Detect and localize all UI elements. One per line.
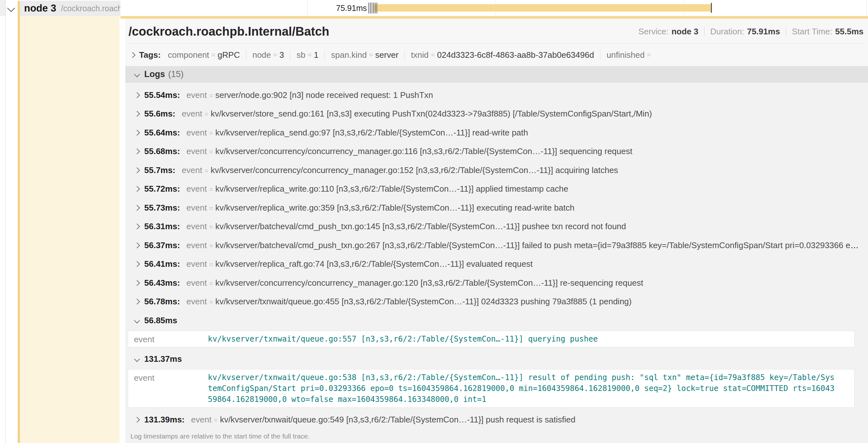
log-detail-value: kv/kvserver/txnwait/queue.go:538 [n3,s3,… xyxy=(208,372,837,405)
log-row[interactable]: 131.39ms: event=kv/kvserver/txnwait/queu… xyxy=(125,410,868,429)
logs-section-toggle[interactable]: Logs (15) xyxy=(125,66,868,82)
corner-strip xyxy=(0,0,5,16)
chevron-right-icon xyxy=(134,149,140,155)
tag-item[interactable]: unfinished= xyxy=(607,50,653,60)
log-message: kv/kvserver/batcheval/cmd_push_txn.go:26… xyxy=(215,240,860,250)
log-field-key: event xyxy=(186,146,207,156)
span-collapse-control[interactable] xyxy=(8,5,14,12)
log-detail-key: event xyxy=(134,372,208,405)
log-row[interactable]: 56.43ms: event=kv/kvserver/concurrency/c… xyxy=(125,273,868,293)
log-message: kv/kvserver/txnwait/queue.go:549 [n3,s3,… xyxy=(220,415,576,424)
tag-item[interactable]: txnid=024d3323-6c8f-4863-aa8b-37ab0e6349… xyxy=(411,50,594,60)
log-field-key: event xyxy=(191,415,212,424)
log-field-key: event xyxy=(186,297,207,306)
tag-item[interactable]: span.kind=server xyxy=(331,50,398,60)
log-timestamp: 55.68ms: xyxy=(144,146,180,156)
log-field-key: event xyxy=(186,259,207,269)
log-message: kv/kvserver/replica_write.go:110 [n3,s3,… xyxy=(215,184,568,194)
tag-list: component=gRPC node=3 sb=1 span.kind=ser… xyxy=(168,50,653,60)
log-timestamp: 55.6ms: xyxy=(144,109,176,119)
log-tick-marks xyxy=(369,3,377,13)
start-time-label: Start Time: xyxy=(792,27,832,37)
log-message: kv/kvserver/store_send.go:161 [n3,s3] ex… xyxy=(211,109,652,118)
chevron-right-icon xyxy=(134,111,140,117)
log-timestamp: 131.39ms: xyxy=(144,415,185,425)
log-row[interactable]: 55.54ms: event=server/node.go:902 [n3] n… xyxy=(125,86,868,105)
log-field-key: event xyxy=(186,222,207,231)
log-row[interactable]: 55.72ms: event=kv/kvserver/replica_write… xyxy=(125,180,868,199)
log-message: kv/kvserver/batcheval/cmd_push_txn.go:14… xyxy=(215,222,626,231)
log-message: kv/kvserver/concurrency/concurrency_mana… xyxy=(215,146,632,156)
tag-item[interactable]: sb=1 xyxy=(297,50,318,60)
log-field-key: event xyxy=(182,165,203,175)
chevron-down-icon xyxy=(134,356,140,362)
log-detail-card: event kv/kvserver/txnwait/queue.go:538 [… xyxy=(128,369,855,408)
log-row[interactable]: 55.64ms: event=kv/kvserver/replica_send.… xyxy=(125,123,868,142)
chevron-right-icon xyxy=(134,167,140,173)
page-title: /cockroach.roachpb.Internal/Batch xyxy=(128,25,329,38)
log-message: kv/kvserver/concurrency/concurrency_mana… xyxy=(211,165,618,175)
span-name-tab[interactable]: node 3 /cockroach.roach… xyxy=(20,1,121,16)
tag-divider xyxy=(324,50,325,60)
meta-divider xyxy=(786,27,786,36)
log-row[interactable]: 55.7ms: event=kv/kvserver/concurrency/co… xyxy=(125,161,868,180)
chevron-down-icon xyxy=(134,317,140,323)
log-field-key: event xyxy=(186,203,207,212)
log-message: kv/kvserver/txnwait/queue.go:455 [n3,s3,… xyxy=(215,297,631,306)
log-field-key: event xyxy=(186,90,207,100)
log-row[interactable]: 56.31ms: event=kv/kvserver/batcheval/cmd… xyxy=(125,217,868,236)
log-row-expanded[interactable]: 131.37ms xyxy=(125,350,868,369)
log-message: kv/kvserver/concurrency/concurrency_mana… xyxy=(215,278,643,287)
log-timestamp: 55.54ms: xyxy=(144,90,180,100)
tag-divider xyxy=(246,50,246,60)
log-timestamp: 55.7ms: xyxy=(144,165,176,175)
log-field-key: event xyxy=(186,278,207,287)
duration-value: 75.91ms xyxy=(747,27,780,37)
tag-divider xyxy=(600,50,600,60)
tags-section-toggle[interactable]: Tags: component=gRPC node=3 sb=1 span.ki… xyxy=(125,44,868,66)
log-timestamp: 55.72ms: xyxy=(144,184,180,194)
chevron-right-icon xyxy=(134,205,140,211)
log-row[interactable]: 55.73ms: event=kv/kvserver/replica_write… xyxy=(125,198,868,217)
chevron-right-icon xyxy=(134,261,140,267)
chevron-right-icon xyxy=(134,299,140,305)
log-row[interactable]: 56.37ms: event=kv/kvserver/batcheval/cmd… xyxy=(125,236,868,255)
chevron-right-icon xyxy=(134,224,140,230)
span-duration-bar[interactable] xyxy=(374,4,711,11)
tag-item[interactable]: component=gRPC xyxy=(168,50,240,60)
log-timestamp: 56.31ms: xyxy=(144,222,180,232)
log-row[interactable]: 55.6ms: event=kv/kvserver/store_send.go:… xyxy=(125,105,868,124)
log-message: kv/kvserver/replica_raft.go:74 [n3,s3,r6… xyxy=(215,259,533,269)
column-divider-line xyxy=(5,0,6,443)
log-message: server/node.go:902 [n3] node received re… xyxy=(215,90,433,100)
chevron-right-icon xyxy=(134,92,140,98)
log-timestamp: 56.41ms: xyxy=(144,259,180,269)
log-message: kv/kvserver/replica_send.go:97 [n3,s3,r6… xyxy=(215,128,528,137)
log-row[interactable]: 55.68ms: event=kv/kvserver/concurrency/c… xyxy=(125,142,868,161)
span-duration-label: 75.91ms xyxy=(299,0,367,16)
log-row[interactable]: 56.78ms: event=kv/kvserver/txnwait/queue… xyxy=(125,293,868,311)
log-field-key: event xyxy=(186,240,207,250)
span-operation-name: /cockroach.roach… xyxy=(61,4,121,13)
log-row-expanded[interactable]: 56.85ms xyxy=(125,311,868,330)
tag-divider xyxy=(404,50,405,60)
log-detail-value: kv/kvserver/txnwait/queue.go:557 [n3,s3,… xyxy=(208,334,837,344)
detail-row-tint-column xyxy=(20,16,120,443)
span-detail-panel: /cockroach.roachpb.Internal/Batch Servic… xyxy=(125,19,868,443)
tags-label: Tags: xyxy=(139,50,161,60)
span-service-name: node 3 xyxy=(24,3,56,14)
chevron-right-icon xyxy=(134,186,140,192)
log-timestamp: 55.73ms: xyxy=(144,203,180,213)
service-value: node 3 xyxy=(672,27,699,37)
tag-item[interactable]: node=3 xyxy=(252,50,284,60)
chevron-down-icon xyxy=(7,4,15,12)
tag-divider xyxy=(290,50,290,60)
logs-list: 55.54ms: event=server/node.go:902 [n3] n… xyxy=(125,82,868,443)
log-timestamp: 131.37ms xyxy=(144,354,182,364)
chevron-right-icon xyxy=(134,242,140,248)
chevron-right-icon xyxy=(134,280,140,286)
logs-title: Logs xyxy=(144,69,165,79)
service-label: Service: xyxy=(638,27,669,37)
log-timestamp: 56.85ms xyxy=(144,315,177,326)
log-row[interactable]: 56.41ms: event=kv/kvserver/replica_raft.… xyxy=(125,255,868,274)
